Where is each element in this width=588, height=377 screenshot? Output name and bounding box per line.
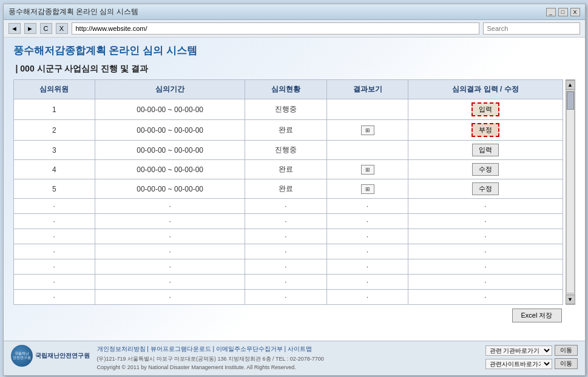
cell-status: 완료 [245,160,327,179]
cell-id: 1 [13,99,95,120]
table-wrapper: 심의위원 심의기간 심의현황 결과보기 심의결과 입력 / 수정 1 00-00… [13,79,575,305]
back-button[interactable]: ◄ [8,23,21,34]
logo-image: 국립재난안전연구원 [11,345,33,367]
table-row: 3 00-00-00 ~ 00-00-00 진행중 입력 [13,141,563,160]
cell-id: 5 [13,179,95,199]
main-table: 심의위원 심의기간 심의현황 결과보기 심의결과 입력 / 수정 1 00-00… [13,79,563,305]
footer-links-row: 개인정보처리방침 | 뷰어프로그램다운로드 | 이메일주소무단수집거부 | 사이… [97,345,478,353]
cell-result-icon [326,99,408,120]
cell-status: 완료 [245,179,327,199]
result-view-icon[interactable]: ⊞ [361,184,374,194]
result-view-icon[interactable]: ⊞ [361,125,374,135]
table-row: 1 00-00-00 ~ 00-00-00 진행중 입력 [13,99,563,120]
cell-result-icon: ⊞ [326,160,408,179]
cell-period: 00-00-00 ~ 00-00-00 [95,179,245,199]
table-row: 4 00-00-00 ~ 00-00-00 완료 ⊞ 수정 [13,160,563,179]
footer-nav-row-1: 관련 기관바로가기 이동 [485,345,578,356]
footer-address-line2: Copyright © 2011 by National Disaster Ma… [97,364,478,372]
footer-nav-select-2[interactable]: 관련사이트바로가기 [485,359,552,369]
page-content: 풍수해저감종합계획 온라인 심의 시스템 | 000 시군구 사업심의 진행 및… [4,38,585,341]
cell-id: 2 [13,120,95,141]
table-row-empty: · · · · · [13,199,563,214]
forward-button[interactable]: ► [24,23,36,34]
cell-status: 진행중 [245,99,327,120]
cell-status: 완료 [245,120,327,141]
table-row-empty: · · · · · [13,275,563,290]
footer: 국립재난안전연구원 국립재난안전연구원 개인정보처리방침 | 뷰어프로그램다운로… [4,341,585,375]
minimize-button[interactable]: _ [546,8,556,16]
footer-nav-button-2[interactable]: 이동 [555,358,578,369]
scroll-down-arrow[interactable]: ▼ [566,295,575,304]
footer-nav-row-2: 관련사이트바로가기 이동 [485,358,578,369]
cell-result-icon: ⊞ [326,120,408,141]
excel-btn-area: Excel 저장 [13,309,575,322]
refresh-button[interactable]: C [40,23,52,34]
action-button-5[interactable]: 수정 [472,182,499,195]
table-row-empty: · · · · · [13,290,563,305]
cell-id: 3 [13,141,95,160]
table-header-row: 심의위원 심의기간 심의현황 결과보기 심의결과 입력 / 수정 [13,80,563,99]
action-button-2[interactable]: 부정 [471,123,499,137]
footer-links: 개인정보처리방침 | 뷰어프로그램다운로드 | 이메일주소무단수집거부 | 사이… [97,345,478,372]
cell-period: 00-00-00 ~ 00-00-00 [95,141,245,160]
address-input[interactable] [72,22,479,35]
search-input[interactable] [483,22,580,35]
scroll-up-arrow[interactable]: ▲ [566,80,575,90]
table-row-empty: · · · · · [13,259,563,275]
window-controls: _ □ X [546,8,580,16]
col-header-result: 결과보기 [326,80,408,99]
footer-logo: 국립재난안전연구원 국립재난안전연구원 [11,345,90,367]
table-row-empty: · · · · · [13,214,563,229]
cell-action: 부정 [408,120,563,141]
cell-result-icon [326,141,408,160]
footer-nav: 관련 기관바로가기 이동 관련사이트바로가기 이동 [485,345,578,369]
scroll-thumb[interactable] [567,92,574,110]
footer-address-line1: (우)121-719 서울특별시 마포구 마포대로(공덕동) 136 지방재정회… [97,355,478,364]
page-title: 풍수해저감종합계획 온라인 심의 시스템 [13,44,575,58]
cell-period: 00-00-00 ~ 00-00-00 [95,120,245,141]
footer-nav-select-1[interactable]: 관련 기관바로가기 [485,345,552,356]
footer-nav-button-1[interactable]: 이동 [555,345,578,356]
result-view-icon[interactable]: ⊞ [361,165,374,175]
col-header-status: 심의현황 [245,80,327,99]
cell-action: 입력 [408,99,563,120]
cell-id: 4 [13,160,95,179]
cell-period: 00-00-00 ~ 00-00-00 [95,99,245,120]
stop-button[interactable]: X [56,23,68,34]
col-header-reviewer: 심의위원 [13,80,95,99]
table-row: 5 00-00-00 ~ 00-00-00 완료 ⊞ 수정 [13,179,563,199]
cell-period: 00-00-00 ~ 00-00-00 [95,160,245,179]
cell-action: 수정 [408,179,563,199]
action-button-3[interactable]: 입력 [472,144,499,156]
restore-button[interactable]: □ [558,8,568,16]
col-header-period: 심의기간 [95,80,245,99]
action-button-4[interactable]: 수정 [472,163,499,176]
cell-action: 수정 [408,160,563,179]
scrollbar[interactable]: ▲ ▼ [566,79,575,305]
logo-text: 국립재난안전연구원 [35,352,90,360]
cell-status: 진행중 [245,141,327,160]
action-button-1[interactable]: 입력 [471,102,499,116]
col-header-action: 심의결과 입력 / 수정 [408,80,563,99]
table-row-empty: · · · · · [13,244,563,259]
cell-action: 입력 [408,141,563,160]
scroll-track [566,91,575,293]
title-bar: 풍수해저감종합계획 온라인 심의 시스템 _ □ X [4,4,585,20]
cell-result-icon: ⊞ [326,179,408,199]
section-title: | 000 시군구 사업심의 진행 및 결과 [13,64,575,75]
close-button[interactable]: X [570,8,580,16]
table-row-empty: · · · · · [13,229,563,244]
window-title: 풍수해저감종합계획 온라인 심의 시스템 [8,7,138,17]
excel-save-button[interactable]: Excel 저장 [512,309,562,322]
table-row: 2 00-00-00 ~ 00-00-00 완료 ⊞ 부정 [13,120,563,141]
address-bar: ◄ ► C X [4,20,585,38]
browser-window: 풍수해저감종합계획 온라인 심의 시스템 _ □ X ◄ ► C X 풍수해저감… [3,4,586,376]
